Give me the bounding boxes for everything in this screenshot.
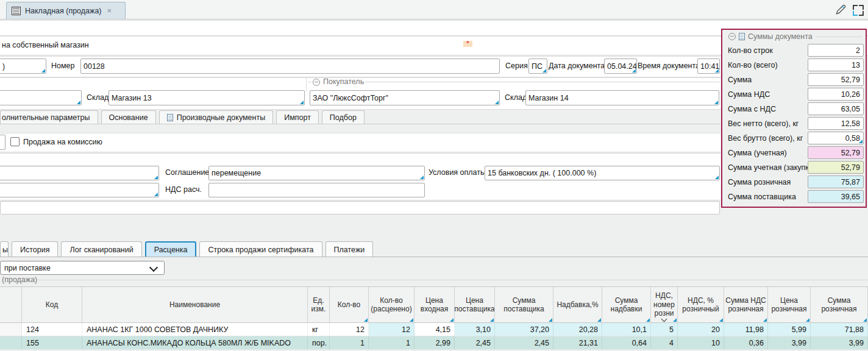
param-tab-label: олнительные параметры (2, 113, 90, 122)
param-tab-0[interactable]: олнительные параметры (0, 110, 98, 124)
column-header-12[interactable]: НДС, % розничный (678, 287, 724, 323)
pricing-mode-select[interactable]: при поставке (0, 261, 165, 275)
detail-tab-5[interactable]: Платежи (326, 241, 374, 257)
doc-date-field[interactable]: 05.04.24 (604, 58, 637, 74)
table-cell[interactable]: 2,45 (455, 336, 495, 350)
detail-tab-1[interactable]: История (12, 241, 58, 257)
column-header-5[interactable]: Кол-во (расценено) (369, 287, 414, 323)
table-cell[interactable] (0, 336, 22, 350)
table-cell[interactable]: 1 (330, 336, 369, 350)
column-header-1[interactable]: Код (22, 287, 82, 323)
table-cell[interactable]: 4 (651, 336, 678, 350)
close-icon[interactable]: × (107, 6, 112, 15)
column-header-8[interactable]: Сумма поставщика (495, 287, 553, 323)
totals-row-value: 63,05 (841, 105, 860, 113)
column-header-6[interactable]: Цена входная (414, 287, 455, 323)
table-cell[interactable]: 155 (22, 336, 82, 350)
column-header-11[interactable]: НДС, номер розни (651, 287, 678, 323)
table-cell[interactable]: 20,28 (553, 323, 602, 336)
partial-field[interactable]: ) (0, 58, 46, 74)
warehouse-to-field[interactable]: Магазин 14 (525, 90, 719, 105)
left-ref-field[interactable] (0, 166, 159, 180)
table-cell[interactable]: 3,99 (811, 336, 868, 350)
detail-tab-3[interactable]: Расценка (145, 241, 197, 257)
column-header-9[interactable]: Надбавка,% (553, 287, 602, 323)
table-cell[interactable]: 37,20 (495, 323, 553, 336)
table-cell[interactable]: 5 (651, 323, 678, 336)
series-field[interactable]: ПС (528, 58, 547, 74)
column-header-15[interactable]: Сумма розничная (811, 287, 868, 323)
table-cell[interactable]: 1 (369, 336, 414, 350)
collapse-icon[interactable] (313, 79, 320, 86)
table-row[interactable]: 124АНАНАС 1КГ 1000 СОВЕТОВ ДАЧНИКУкг1212… (0, 323, 868, 336)
table-cell[interactable]: 5,99 (768, 323, 811, 336)
table-cell[interactable]: 2,45 (495, 336, 553, 350)
table-cell[interactable]: 2,99 (414, 336, 455, 350)
totals-row-field[interactable]: 52,79 (808, 161, 864, 174)
column-header-2[interactable]: Наименование (82, 287, 308, 323)
totals-row-field[interactable]: 63,05 (808, 102, 864, 115)
table-cell[interactable]: 21,31 (553, 336, 602, 350)
table-cell[interactable]: 3,10 (455, 323, 495, 336)
column-header-14[interactable]: Цена розничная (768, 287, 811, 323)
table-row[interactable]: 155АНАНАСЫ КОНС.МИКАДО КОЛЬЦА 580МЛ Ж/Б … (0, 336, 868, 350)
agreement-field[interactable]: перемещение (208, 166, 425, 180)
edit-pencil-icon[interactable] (834, 3, 847, 16)
column-header-13[interactable]: Сумма НДС розничная (724, 287, 768, 323)
table-cell[interactable]: 0,64 (602, 336, 651, 350)
totals-row-field[interactable]: 2 (808, 44, 864, 57)
collapse-icon[interactable] (728, 33, 736, 40)
doc-time-field[interactable]: 10:41 (697, 58, 720, 74)
param-tab-1[interactable]: Основание (101, 110, 156, 124)
table-cell[interactable]: 20 (678, 323, 724, 336)
table-cell[interactable]: пор. (308, 336, 330, 350)
table-cell[interactable]: 11,98 (724, 323, 768, 336)
buyer-field[interactable]: ЗАО "ЛюксСофтТорг" (310, 90, 500, 105)
param-tab-4[interactable]: Подбор (322, 110, 365, 124)
document-icon (167, 114, 173, 121)
totals-row-field[interactable]: 52,79 (808, 73, 864, 86)
totals-row-field[interactable]: 75,87 (808, 176, 864, 188)
column-header-0[interactable] (0, 287, 22, 323)
totals-row-field[interactable]: 39,65 (808, 190, 864, 203)
table-cell[interactable]: АНАНАС 1КГ 1000 СОВЕТОВ ДАЧНИКУ (82, 323, 308, 336)
table-cell[interactable]: кг (308, 323, 330, 336)
table-cell[interactable]: 4,15 (414, 323, 455, 336)
comment-field[interactable] (0, 201, 720, 214)
clipped-field[interactable] (0, 135, 5, 150)
column-header-3[interactable]: Ед. изм. (308, 287, 330, 323)
param-tab-strip: олнительные параметрыОснованиеПроизводны… (0, 110, 365, 124)
table-cell[interactable]: 3,99 (768, 336, 811, 350)
number-field[interactable]: 00128 (80, 58, 500, 74)
vat-calc-field[interactable] (208, 183, 425, 197)
totals-row-field[interactable]: 52,79 (808, 146, 864, 159)
left-ref-field[interactable] (0, 90, 82, 105)
detail-tab-2[interactable]: Лог сканирований (61, 241, 141, 257)
detail-tab-4[interactable]: Строка продажи сертификата (199, 241, 322, 257)
left-ref-field[interactable] (0, 183, 159, 197)
table-cell[interactable]: 12 (369, 323, 414, 336)
totals-row-field[interactable]: 13 (808, 58, 864, 71)
table-cell[interactable]: 0,36 (724, 336, 768, 350)
totals-row-field[interactable]: 10,26 (808, 88, 864, 101)
param-tab-3[interactable]: Импорт (276, 110, 319, 124)
payment-terms-field[interactable]: 15 банковских дн. ( 100.000 %) (485, 166, 720, 180)
table-cell[interactable] (0, 323, 22, 336)
column-header-10[interactable]: Сумма надбавки (602, 287, 651, 323)
table-cell[interactable]: 12 (330, 323, 369, 336)
table-cell[interactable]: 71,88 (811, 323, 868, 336)
warehouse-from-field[interactable]: Магазин 13 (108, 90, 305, 105)
table-cell[interactable]: АНАНАСЫ КОНС.МИКАДО КОЛЬЦА 580МЛ Ж/Б MIK… (82, 336, 308, 350)
tab-invoice-sale[interactable]: Накладная (продажа) × (6, 2, 126, 19)
param-tab-2[interactable]: Производные документы (159, 110, 274, 124)
totals-row-field[interactable]: 12,58 (808, 117, 864, 130)
detail-tab-0[interactable]: ы (0, 241, 9, 257)
table-cell[interactable]: 10 (678, 336, 724, 350)
table-cell[interactable]: 124 (22, 323, 82, 336)
totals-row-field[interactable]: 0,58 (808, 132, 864, 144)
column-header-7[interactable]: Цена поставщика (455, 287, 495, 323)
column-header-4[interactable]: Кол-во (330, 287, 369, 323)
table-cell[interactable]: 10,1 (602, 323, 651, 336)
expand-icon[interactable] (853, 5, 864, 16)
commission-checkbox[interactable] (10, 137, 20, 146)
